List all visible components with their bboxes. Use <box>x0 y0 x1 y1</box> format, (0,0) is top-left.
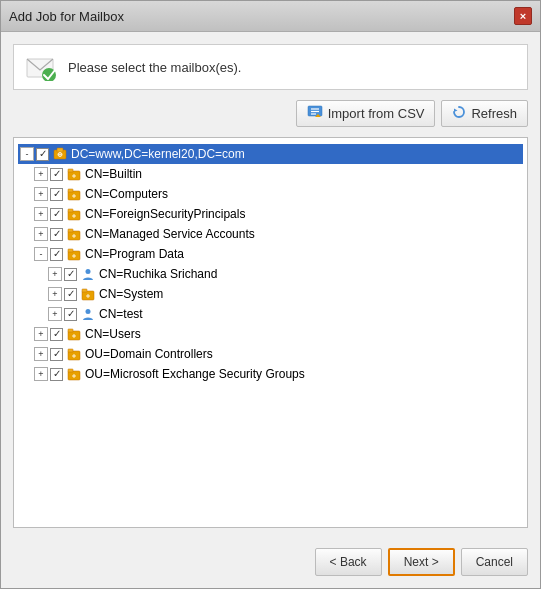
checkbox-system[interactable] <box>64 288 77 301</box>
refresh-icon <box>452 105 466 122</box>
checkbox-ruchika[interactable] <box>64 268 77 281</box>
title-bar: Add Job for Mailbox × <box>1 1 540 32</box>
close-button[interactable]: × <box>514 7 532 25</box>
person-icon-test <box>80 306 96 322</box>
tree-node-ruchika[interactable]: + CN=Ruchika Srichand <box>18 264 523 284</box>
expander-dc[interactable]: + <box>34 347 48 361</box>
tree-node-dc[interactable]: + OU=Domain Controllers <box>18 344 523 364</box>
checkbox-programdata[interactable] <box>50 248 63 261</box>
ou-icon-builtin <box>66 166 82 182</box>
ou-icon-msa <box>66 226 82 242</box>
checkbox-fsp[interactable] <box>50 208 63 221</box>
tree-node-mesg-label: OU=Microsoft Exchange Security Groups <box>85 365 305 383</box>
ou-icon-computers <box>66 186 82 202</box>
tree-node-test-label: CN=test <box>99 305 143 323</box>
checkbox-root[interactable] <box>36 148 49 161</box>
svg-rect-35 <box>82 289 87 292</box>
tree-node-dc-label: OU=Domain Controllers <box>85 345 213 363</box>
tree-node-programdata-label: CN=Program Data <box>85 245 184 263</box>
tree-node-builtin-label: CN=Builtin <box>85 165 142 183</box>
expander-fsp[interactable]: + <box>34 207 48 221</box>
checkbox-dc[interactable] <box>50 348 63 361</box>
tree-node-test[interactable]: + CN=test <box>18 304 523 324</box>
tree-node-builtin[interactable]: + CN=Builtin <box>18 164 523 184</box>
tree-node-ruchika-label: CN=Ruchika Srichand <box>99 265 217 283</box>
expander-system[interactable]: + <box>48 287 62 301</box>
svg-rect-30 <box>68 249 73 252</box>
svg-rect-44 <box>68 349 73 352</box>
main-content: Please select the mailbox(es). Import fr… <box>1 32 540 540</box>
tree-node-programdata[interactable]: - CN=Program Data <box>18 244 523 264</box>
expander-msa[interactable]: + <box>34 227 48 241</box>
svg-rect-48 <box>68 369 73 372</box>
expander-computers[interactable]: + <box>34 187 48 201</box>
info-bar: Please select the mailbox(es). <box>13 44 528 90</box>
expander-builtin[interactable]: + <box>34 167 48 181</box>
tree-node-msa-label: CN=Managed Service Accounts <box>85 225 255 243</box>
checkbox-mesg[interactable] <box>50 368 63 381</box>
svg-point-38 <box>86 309 91 314</box>
tree-node-system-label: CN=System <box>99 285 163 303</box>
tree-node-computers[interactable]: + CN=Computers <box>18 184 523 204</box>
checkbox-users[interactable] <box>50 328 63 341</box>
ou-icon-programdata <box>66 246 82 262</box>
refresh-button[interactable]: Refresh <box>441 100 528 127</box>
expander-root[interactable]: - <box>20 147 34 161</box>
checkbox-msa[interactable] <box>50 228 63 241</box>
cancel-button[interactable]: Cancel <box>461 548 528 576</box>
tree-node-mesg[interactable]: + OU=Microsoft Exchange Security Groups <box>18 364 523 384</box>
ou-icon-fsp <box>66 206 82 222</box>
import-csv-button[interactable]: Import from CSV <box>296 100 436 127</box>
refresh-label: Refresh <box>471 106 517 121</box>
dialog-title: Add Job for Mailbox <box>9 9 124 24</box>
toolbar: Import from CSV Refresh <box>13 100 528 127</box>
checkbox-test[interactable] <box>64 308 77 321</box>
import-csv-label: Import from CSV <box>328 106 425 121</box>
svg-rect-40 <box>68 329 73 332</box>
ou-icon-mesg <box>66 366 82 382</box>
tree-node-users[interactable]: + CN=Users <box>18 324 523 344</box>
tree-node-root[interactable]: - DC=www,DC=kernel20,DC=com <box>18 144 523 164</box>
ou-icon-system <box>80 286 96 302</box>
ou-icon-users <box>66 326 82 342</box>
person-icon-ruchika <box>80 266 96 282</box>
svg-rect-22 <box>68 209 73 212</box>
expander-ruchika[interactable]: + <box>48 267 62 281</box>
expander-programdata[interactable]: - <box>34 247 48 261</box>
info-message: Please select the mailbox(es). <box>68 60 241 75</box>
next-button[interactable]: Next > <box>388 548 455 576</box>
tree-node-fsp-label: CN=ForeignSecurityPrincipals <box>85 205 245 223</box>
import-icon <box>307 105 323 122</box>
tree-panel[interactable]: - DC=www,DC=kernel20,DC=com + <box>13 137 528 528</box>
tree-node-computers-label: CN=Computers <box>85 185 168 203</box>
svg-point-33 <box>86 269 91 274</box>
tree-node-root-label: DC=www,DC=kernel20,DC=com <box>71 145 245 163</box>
expander-mesg[interactable]: + <box>34 367 48 381</box>
tree-node-system[interactable]: + CN=System <box>18 284 523 304</box>
ou-icon-dc <box>66 346 82 362</box>
tree-node-users-label: CN=Users <box>85 325 141 343</box>
expander-users[interactable]: + <box>34 327 48 341</box>
domain-icon <box>52 146 68 162</box>
checkbox-builtin[interactable] <box>50 168 63 181</box>
button-bar: < Back Next > Cancel <box>1 540 540 588</box>
checkbox-computers[interactable] <box>50 188 63 201</box>
tree-node-msa[interactable]: + CN=Managed Service Accounts <box>18 224 523 244</box>
svg-rect-18 <box>68 189 73 192</box>
dialog-window: Add Job for Mailbox × Please select the … <box>0 0 541 589</box>
tree-node-fsp[interactable]: + CN=ForeignSecurityPrincipals <box>18 204 523 224</box>
expander-test[interactable]: + <box>48 307 62 321</box>
svg-rect-9 <box>57 148 63 152</box>
svg-marker-7 <box>454 109 458 113</box>
svg-rect-14 <box>68 169 73 172</box>
svg-rect-26 <box>68 229 73 232</box>
mail-icon <box>26 53 58 81</box>
back-button[interactable]: < Back <box>315 548 382 576</box>
